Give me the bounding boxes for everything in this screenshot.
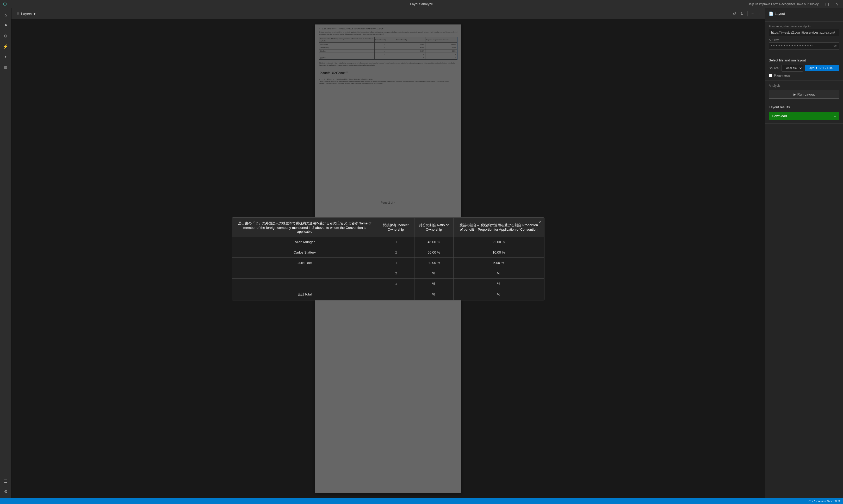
layout-title: 📄 Layout (769, 12, 839, 16)
sidebar-item-model[interactable]: ☰ (1, 476, 11, 486)
api-key-field: 👁 (769, 42, 839, 50)
cell-name: Carlos Slattery (232, 247, 377, 257)
cell-ratio: % (414, 278, 453, 289)
col-header-indirect: 間接保有 Indirect Ownership (377, 218, 415, 237)
sidebar-item-connections[interactable]: ✦ (1, 52, 11, 61)
app-logo: ⬡ (3, 2, 7, 6)
cell-indirect: □ (377, 237, 415, 247)
table-header-row: 届出書の「２」の外国法人の株主等で税税約の適用を受ける者の氏名 又は名称 Nam… (232, 218, 544, 237)
layers-icon: ⊞ (17, 12, 20, 16)
layers-button[interactable]: ⊞ Layers ▾ (15, 11, 37, 17)
cell-proportion: 5.00 % (453, 257, 544, 268)
sidebar-item-layout[interactable]: ▦ (1, 62, 11, 72)
col-header-ratio: 持分の割合 Ratio of Ownership (414, 218, 453, 237)
cell-name: Allan Munger (232, 237, 377, 247)
layers-group: ⊞ Layers ▾ (15, 11, 37, 17)
source-dropdown[interactable]: Local file URL (781, 65, 803, 72)
help-button[interactable]: ? (835, 1, 840, 7)
modal-dialog: × 届出書の「２」の外国法人の株主等で税税約の適用を受ける者の氏名 又は名称 N… (232, 217, 544, 301)
cell-indirect: □ (377, 278, 415, 289)
right-panel: 📄 Layout Form recognizer service endpoin… (765, 8, 843, 498)
cell-name (232, 278, 377, 289)
cell-proportion: 10.00 % (453, 247, 544, 257)
analysis-label: Analysis (769, 84, 780, 88)
cell-indirect: □ (377, 247, 415, 257)
source-row: Source: Local file URL Layout JP 1 - Fil… (769, 65, 839, 72)
cell-proportion: 22.00 % (453, 237, 544, 247)
panel-endpoint: Form recognizer service endpoint API key… (765, 22, 843, 55)
cell-ratio: % (414, 268, 453, 278)
toolbar: ⊞ Layers ▾ ↺ ↻ − + (12, 8, 765, 19)
page-range-checkbox[interactable] (769, 74, 772, 77)
col-header-proportion: 受益の割合＝ 税税約の適用を受ける割合 Proportion of benefi… (453, 218, 544, 237)
cell-ratio: 56.00 % (414, 247, 453, 257)
table-row: □ % % (232, 278, 544, 289)
git-icon: ⎇ (807, 500, 811, 503)
panel-analysis: Analysis ▶ Run Layout (765, 81, 843, 102)
panel-select-file: Select file and run layout Source: Local… (765, 55, 843, 81)
logo-icon: ⬡ (3, 2, 7, 6)
zoom-in-button[interactable]: + (756, 11, 762, 17)
cell-indirect: □ (377, 257, 415, 268)
panel-layout-results: Layout results Download ⌄ (765, 102, 843, 124)
undo-button[interactable]: ↺ (731, 11, 738, 17)
layout-results-header: Layout results (769, 105, 839, 109)
table-row: 合計Total % % (232, 289, 544, 300)
version-label: ⎇ 2.1-preview.3-dcfb033 (807, 500, 840, 503)
statusbar: ⎇ 2.1-preview.3-dcfb033 (0, 498, 843, 504)
download-chevron-icon: ⌄ (833, 114, 836, 118)
download-label: Download (772, 114, 787, 118)
source-label: Source: (769, 66, 779, 70)
cell-proportion: % (453, 278, 544, 289)
layout-doc-icon: 📄 (769, 12, 773, 16)
zoom-group: ↺ ↻ − + (731, 11, 762, 17)
run-layout-button[interactable]: ▶ Run Layout (769, 90, 839, 99)
content-area: ⊞ Layers ▾ ↺ ↻ − + ３ 主として株主等 (12, 8, 765, 498)
sidebar-item-train[interactable]: ⚙ (1, 31, 11, 41)
sidebar-item-settings[interactable]: ⚙ (1, 487, 11, 496)
cell-name: Julie Doe (232, 257, 377, 268)
sidebar: ⌂ ⚑ ⚙ ⚡ ✦ ▦ ☰ ⚙ (0, 8, 12, 498)
download-button[interactable]: Download ⌄ (769, 112, 839, 120)
run-icon: ▶ (793, 93, 796, 96)
sidebar-item-home[interactable]: ⌂ (1, 11, 11, 20)
redo-button[interactable]: ↻ (739, 11, 745, 17)
cell-ratio: 80.00 % (414, 257, 453, 268)
sidebar-item-predict[interactable]: ⚡ (1, 42, 11, 51)
col-header-name: 届出書の「２」の外国法人の株主等で税税約の適用を受ける者の氏名 又は名称 Nam… (232, 218, 377, 237)
modal-table: 届出書の「２」の外国法人の株主等で税税約の適用を受ける者の氏名 又は名称 Nam… (232, 218, 544, 300)
help-survey-text: Help us improve Form Recognizer. Take ou… (748, 2, 820, 6)
main-layout: ⌂ ⚑ ⚙ ⚡ ✦ ▦ ☰ ⚙ ⊞ Layers ▾ ↺ ↻ − (0, 8, 843, 498)
modal-table-body: Allan Munger □ 45.00 % 22.00 % Carlos Sl… (232, 237, 544, 300)
api-key-input[interactable] (769, 43, 831, 50)
modal-close-button[interactable]: × (538, 220, 541, 225)
api-key-label: API key (769, 38, 839, 41)
app-title: Layout analyze (410, 2, 433, 6)
sidebar-item-tag[interactable]: ⚑ (1, 21, 11, 30)
monitor-button[interactable]: ▢ (824, 1, 830, 7)
analysis-divider (783, 86, 839, 86)
panel-layout-header: 📄 Layout (765, 8, 843, 22)
chevron-down-icon: ▾ (34, 12, 35, 16)
endpoint-label: Form recognizer service endpoint (769, 25, 839, 28)
table-row: □ % % (232, 268, 544, 278)
zoom-out-button[interactable]: − (750, 11, 755, 17)
cell-ratio: 45.00 % (414, 237, 453, 247)
api-key-toggle-button[interactable]: 👁 (831, 44, 839, 48)
analysis-header: Analysis (769, 84, 839, 88)
page-range-label: Page range: (774, 74, 791, 77)
table-row: Carlos Slattery □ 56.00 % 10.00 % (232, 247, 544, 257)
layers-label: Layers (21, 12, 32, 16)
titlebar-actions: Help us improve Form Recognizer. Take ou… (748, 1, 840, 7)
file-display: Layout JP 1 - Filled In.pdf (805, 65, 839, 71)
cell-proportion: % (453, 289, 544, 300)
cell-ratio: % (414, 289, 453, 300)
titlebar: ⬡ Layout analyze Help us improve Form Re… (0, 0, 843, 8)
table-row: Julie Doe □ 80.00 % 5.00 % (232, 257, 544, 268)
cell-name: 合計Total (232, 289, 377, 300)
endpoint-input[interactable] (769, 29, 839, 36)
document-viewer[interactable]: ３ 主として株主等の「２」の外国法人の株主等で税税約の適用を受ける者の氏名 又は… (12, 19, 765, 498)
select-file-title: Select file and run layout (769, 58, 839, 62)
cell-name (232, 268, 377, 278)
modal-overlay: × 届出書の「２」の外国法人の株主等で税税約の適用を受ける者の氏名 又は名称 N… (12, 19, 765, 498)
